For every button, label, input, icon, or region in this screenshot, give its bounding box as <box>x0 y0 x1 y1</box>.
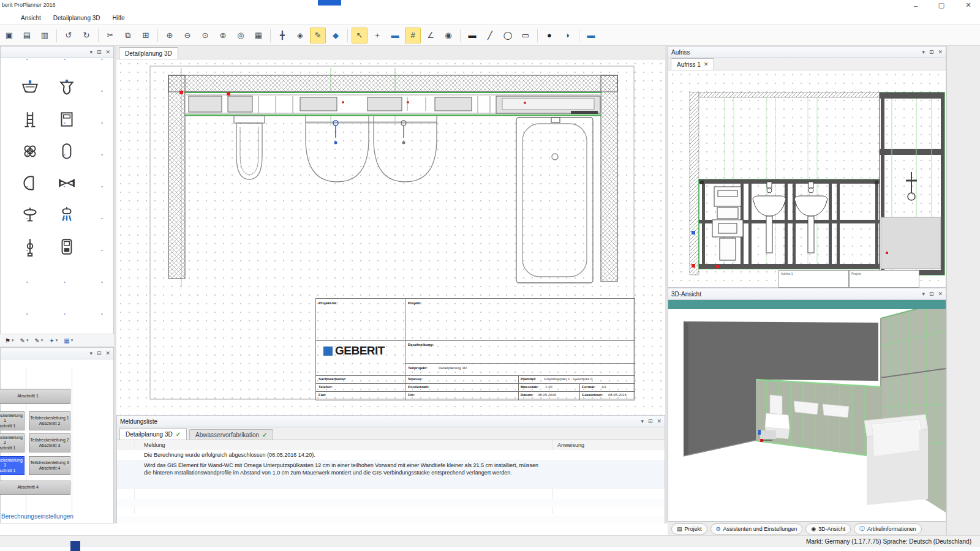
pipe-icon[interactable]: ▬ <box>583 28 599 43</box>
view3d-toolbar-strip[interactable] <box>668 300 946 309</box>
panel-menu-icon[interactable]: ▾ <box>922 49 925 55</box>
installation-frame-icon[interactable] <box>18 107 42 132</box>
siphon-icon[interactable] <box>18 139 42 163</box>
beschreibung-label: Beschreibung: <box>408 343 434 347</box>
schematic-section-box[interactable]: Abschnitt 1 <box>0 389 70 404</box>
drawing-canvas[interactable]: Projekt-Nr.: Projekt: GEBERIT Beschreibu… <box>116 59 665 415</box>
ellipse-icon[interactable]: ◯ <box>500 28 516 43</box>
panel-close-icon[interactable]: ✕ <box>105 350 110 356</box>
redo-icon[interactable]: ↻ <box>78 28 94 43</box>
panel-close-icon[interactable]: ✕ <box>938 49 943 55</box>
schematic-branch-box[interactable]: Teilstreckenleitung 1Abschnitt 2 <box>29 411 70 430</box>
view3d-viewport[interactable] <box>668 309 946 521</box>
schematic-branch-box[interactable]: Teilstreckenleitung 1Abschnitt 1 <box>0 411 24 430</box>
draw-tool-icon[interactable]: ✎▾ <box>17 335 31 346</box>
check-icon: ✓ <box>176 431 181 438</box>
zoom-out-icon[interactable]: ⊖ <box>179 28 195 43</box>
schematic-branch-box[interactable]: Teilstreckenleitung 3Abschnitt 4 <box>29 456 70 475</box>
grid-tool-icon[interactable]: ▦▾ <box>61 335 75 346</box>
message-tab-detailplanung[interactable]: Detailplanung 3D ✓ <box>119 428 187 440</box>
bathtub-icon[interactable] <box>55 139 79 163</box>
minimize-button[interactable]: – <box>907 0 925 10</box>
redline-icon[interactable]: ✎ <box>310 28 326 43</box>
snap-icon[interactable]: # <box>405 28 421 43</box>
status-market-language: Markt: Germany (1.17.7.75) Sprache: Deut… <box>806 538 971 545</box>
tab-artikelinformationen[interactable]: ⓘ Artikelinformationen <box>854 523 922 534</box>
comment-icon[interactable]: ▬ <box>387 28 403 43</box>
sphere-light-icon[interactable]: ◑ <box>559 28 575 43</box>
column-meldung[interactable]: Meldung <box>144 442 165 448</box>
close-button[interactable]: ✕ <box>959 0 978 10</box>
wc-icon[interactable] <box>55 75 79 100</box>
panel-menu-icon[interactable]: ▾ <box>922 291 925 297</box>
tab-projekt[interactable]: ▤ Projekt <box>671 523 707 534</box>
zoom-window-icon[interactable]: ▦ <box>251 28 266 43</box>
schematic-branch-box-selected[interactable]: Teilstreckenleitung 3Abschnitt 1 <box>0 456 24 475</box>
maximize-button[interactable]: ▢ <box>932 0 951 10</box>
panel-menu-icon[interactable]: ▾ <box>641 418 644 424</box>
paste-icon[interactable]: ⊞ <box>138 28 154 43</box>
fitting-icon[interactable] <box>55 171 79 195</box>
washbasin-icon[interactable] <box>18 75 42 100</box>
menu-hilfe[interactable]: Hilfe <box>108 13 130 23</box>
select-icon[interactable]: ↖ <box>352 28 368 43</box>
tab-close-icon[interactable]: ✕ <box>704 61 709 67</box>
rectangle-icon[interactable]: ▭ <box>518 28 533 43</box>
pin-icon[interactable]: ⊡ <box>648 418 653 424</box>
tab-aufriss-1[interactable]: Aufriss 1 ✕ <box>671 58 714 70</box>
wall-icon[interactable]: ▬ <box>464 28 480 43</box>
aufriss-canvas[interactable]: Aufriss 1 Projekt <box>668 70 946 287</box>
panel-close-icon[interactable]: ✕ <box>938 291 943 297</box>
panel-menu-icon[interactable]: ▾ <box>89 350 92 356</box>
valve-icon[interactable] <box>18 203 42 227</box>
panel-close-icon[interactable]: ✕ <box>105 49 110 55</box>
schematic-section-box[interactable]: Abschnitt 4 <box>0 481 70 495</box>
flag-tool-icon[interactable]: ⚑▾ <box>2 335 16 346</box>
message-row[interactable]: Wird das GIS Element für Wand-WC mit Ome… <box>117 460 665 489</box>
calculation-settings-link[interactable]: Berechnungseinstellungen <box>1 513 74 520</box>
cut-icon[interactable]: ✂ <box>102 28 118 43</box>
toolbar-separator <box>270 29 271 42</box>
sphere-dark-icon[interactable]: ● <box>541 28 557 43</box>
schematic-branch-box[interactable]: Teilstreckenleitung 2Abschnitt 1 <box>0 433 24 452</box>
print-icon[interactable]: ▤ <box>19 28 35 43</box>
tab-assistenten-und-einstellungen[interactable]: ⚙ Assistenten und Einstellungen <box>710 523 803 534</box>
undo-icon[interactable]: ↺ <box>61 28 77 43</box>
pin-icon[interactable]: ⊡ <box>929 291 934 297</box>
lock-icon[interactable]: ◉ <box>440 28 456 43</box>
pin-icon[interactable]: ⊡ <box>97 49 102 55</box>
zoom-in-icon[interactable]: ⊕ <box>162 28 178 43</box>
stop-valve-icon[interactable] <box>18 234 42 259</box>
pin-icon[interactable]: ⊡ <box>97 350 102 356</box>
zoom-previous-icon[interactable]: ⊚ <box>215 28 231 43</box>
save-icon[interactable]: ▣ <box>1 28 17 43</box>
schematic-branch-box[interactable]: Teilstreckenleitung 2Abschnitt 3 <box>29 433 70 452</box>
menu-detailplanung-3d[interactable]: Detailplanung 3D <box>48 13 105 23</box>
pin-icon[interactable]: ⊡ <box>929 49 934 55</box>
pan-icon[interactable]: ╋ <box>274 28 290 43</box>
flush-plate-icon[interactable] <box>55 234 79 259</box>
export-icon[interactable]: ▥ <box>37 28 53 43</box>
cistern-icon[interactable] <box>55 107 79 132</box>
line-icon[interactable]: ╱ <box>482 28 498 43</box>
message-row[interactable]: Die Berechnung wurde erfolgreich abgesch… <box>117 450 665 460</box>
tab-3d-ansicht[interactable]: ◉ 3D-Ansicht <box>805 523 851 534</box>
star-tool-icon[interactable]: ✦▾ <box>47 335 60 346</box>
zoom-all-icon[interactable]: ◎ <box>233 28 249 43</box>
message-tab-abwasservorfabrikation[interactable]: Abwasservorfabrikation ✓ <box>189 429 273 440</box>
menu-ansicht[interactable]: Ansicht <box>16 13 46 23</box>
tab-detailplanung-3d[interactable]: Detailplanung 3D <box>119 47 178 59</box>
palette-grid <box>1 58 113 334</box>
panel-menu-icon[interactable]: ▾ <box>89 49 92 55</box>
zoom-selection-icon[interactable]: ⊙ <box>197 28 213 43</box>
panel-close-icon[interactable]: ✕ <box>657 418 662 424</box>
column-anweisung[interactable]: Anweisung <box>557 442 584 448</box>
dimension-icon[interactable]: ∠ <box>423 28 439 43</box>
link-icon[interactable]: ◆ <box>328 28 344 43</box>
orbit-icon[interactable]: ◈ <box>292 28 308 43</box>
shower-icon[interactable] <box>55 203 79 227</box>
urinal-icon[interactable] <box>18 171 42 195</box>
draw2-tool-icon[interactable]: ✎▾ <box>32 335 45 346</box>
move-icon[interactable]: + <box>369 28 385 43</box>
copy-icon[interactable]: ⧉ <box>120 28 136 43</box>
